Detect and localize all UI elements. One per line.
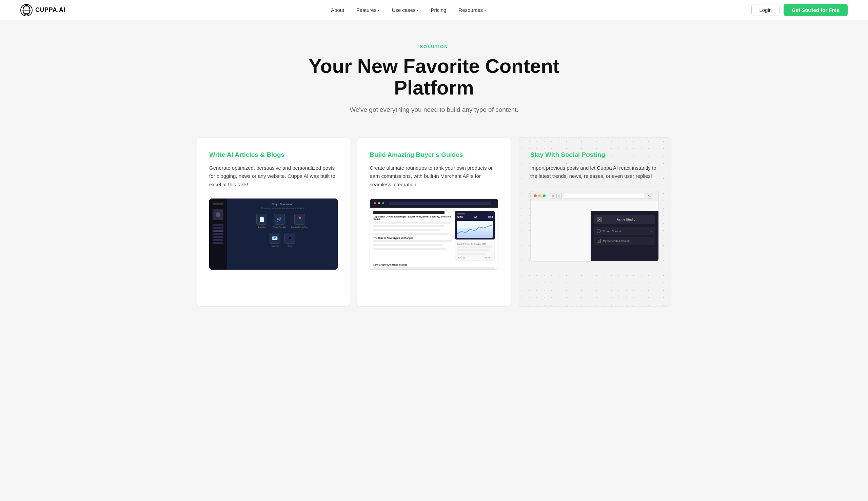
resources-chevron-icon: ▾ [484,9,486,12]
logo-text: CUPPA.AI [35,7,65,13]
feature-desc-social: Import previous posts and let Cuppa AI r… [530,164,659,181]
feature-card-articles: Write AI Articles & Blogs Generate optim… [197,137,350,307]
hero-title: Your New Favorite Content Platform [281,55,587,98]
feature-desc-articles: Generate optimized, persuasive and perso… [209,164,338,189]
feature-card-social: Slay With Social Posting Import previous… [518,137,671,307]
mock-sidebar [209,199,227,270]
article-screenshot: Single Generation Generation options for… [209,199,338,270]
nav-resources[interactable]: Resources ▾ [458,7,486,13]
nav-use-cases[interactable]: Use cases ▾ [391,7,418,13]
social-screenshot: ◁ ▷ 🛡 A Acme S [530,191,659,262]
mock-article-heading: Top 5 New Crypto Exchanges: Lower Fees, … [373,215,452,220]
nav-features[interactable]: Features ▾ [356,7,379,13]
navbar: CUPPA.AI About Features ▾ Use cases ▾ Pr… [0,0,868,20]
feature-title-buyers: Build Amazing Buyer's Guides [369,151,498,159]
create-content-row[interactable]: + Create Content ⌄ [594,227,655,235]
logo-icon [20,4,33,16]
feature-desc-buyers: Create ultimate roundups to rank your ow… [369,164,498,189]
hero-subtitle: We've got everything you need to build a… [332,106,536,114]
hero-label: SOLUTION [13,44,855,49]
features-grid: Write AI Articles & Blogs Generate optim… [180,134,688,330]
features-chevron-icon: ▾ [378,9,379,12]
feature-title-articles: Write AI Articles & Blogs [209,151,338,159]
buyers-screenshot: Top 5 New Crypto Exchanges: Lower Fees, … [369,199,498,270]
workspace-label: Acme Studio [617,218,635,221]
generated-content-label: My Generated Content [603,239,630,243]
my-generated-content-row[interactable]: □ My Generated Content ⌄ [594,237,655,245]
feature-card-buyers: Build Amazing Buyer's Guides Create ulti… [357,137,511,307]
nav-links: About Features ▾ Use cases ▾ Pricing Res… [331,7,486,13]
hero-section: SOLUTION Your New Favorite Content Platf… [0,20,868,114]
logo-link[interactable]: CUPPA.AI [20,4,65,16]
login-button[interactable]: Login [751,4,780,16]
feature-title-social: Slay With Social Posting [530,151,659,159]
navbar-actions: Login Get Started for Free [751,4,848,16]
mock-main-area: Single Generation Generation options for… [227,199,338,270]
mock-article-section: The Rise of New Crypto Exchanges [373,237,452,239]
create-content-label: Create Content [603,230,621,233]
nav-about[interactable]: About [331,7,344,13]
get-started-button[interactable]: Get Started for Free [784,4,848,16]
use-cases-chevron-icon: ▾ [417,9,418,12]
mock-dark-sidebar: A Acme Studio ⌄ + Create Content ⌄ [590,211,658,261]
nav-pricing[interactable]: Pricing [431,7,446,13]
